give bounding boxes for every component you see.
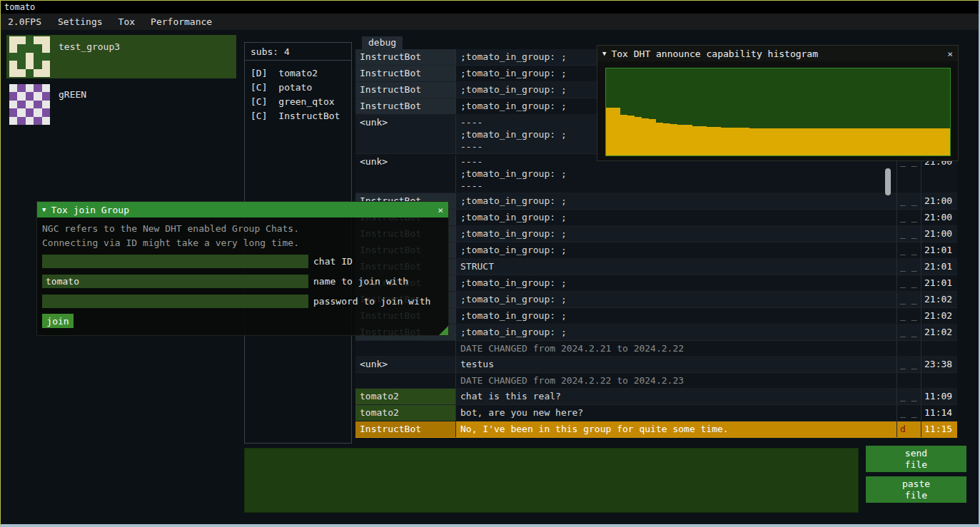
avatar-pixel	[9, 61, 17, 68]
avatar-pixel	[42, 69, 50, 77]
menu-item-settings[interactable]: Settings	[50, 14, 111, 30]
member-item-green_qtox[interactable]: [C] green_qtox	[251, 95, 351, 109]
avatar-pixel	[34, 84, 41, 92]
sidebar-group-test_group3[interactable]: test_group3	[6, 35, 236, 78]
window-title: tomato	[4, 2, 35, 12]
join-button[interactable]: join	[42, 314, 74, 328]
avatar-pixel	[26, 108, 34, 116]
member-connection-tag: [C]	[251, 82, 267, 93]
member-item-potato[interactable]: [C] potato	[251, 81, 351, 95]
avatar-pixel	[34, 92, 41, 100]
member-item-InstructBot[interactable]: [C] InstructBot	[251, 109, 351, 123]
join-field-row: name to join with	[42, 275, 448, 288]
histogram-bar	[879, 128, 886, 155]
message-text: STRUCT	[455, 259, 896, 275]
chat-message-row[interactable]: tomato2 chat is this real? _ _ 11:09	[355, 389, 957, 405]
close-icon[interactable]: ×	[947, 48, 953, 59]
avatar-pixel	[42, 61, 50, 68]
member-name: tomato2	[278, 68, 318, 78]
message-time: 21:02	[921, 292, 957, 307]
histogram-bar	[814, 128, 821, 155]
tab-debug[interactable]: debug	[362, 36, 403, 49]
member-item-tomato2[interactable]: [D] tomato2	[251, 66, 351, 81]
message-text: DATE CHANGED from 2024.2.22 to 2024.2.23	[455, 373, 896, 388]
chat-message-row[interactable]: tomato2 bot, are you new here? _ _ 11:14	[355, 405, 957, 421]
avatar-pixel	[26, 69, 34, 77]
message-text: chat is this real?	[455, 389, 896, 404]
join-field-input[interactable]	[42, 295, 308, 308]
histogram-bar	[707, 127, 714, 155]
histogram-bar	[785, 128, 792, 155]
chat-message-row[interactable]: InstructBot No, I've been in this group …	[355, 421, 957, 438]
avatar-pixel	[9, 44, 17, 52]
avatar-pixel	[34, 53, 41, 61]
menu-item-label: Settings	[58, 16, 103, 27]
avatar-pixel	[26, 44, 34, 52]
message-text: DATE CHANGED from 2024.2.21 to 2024.2.22	[455, 341, 896, 356]
message-text: ;tomato_in_group: ;	[455, 242, 896, 258]
send-file-button[interactable]: send file	[866, 446, 966, 472]
join-field-input[interactable]	[42, 275, 308, 288]
tomato-app-window: tomato 2.0FPS Settings Tox Performance t…	[0, 0, 980, 527]
peer-name: InstructBot	[355, 82, 455, 98]
menu-item-label: Performance	[151, 16, 212, 27]
histogram-bar	[749, 128, 757, 155]
histogram-bar	[742, 128, 749, 155]
join-group-window: ▼ Tox join Group × NGC refers to the New…	[36, 201, 449, 336]
message-time: 21:02	[921, 308, 957, 324]
peer-name: InstructBot	[355, 421, 455, 437]
sidebar-group-gREEN[interactable]: gREEN	[6, 83, 236, 126]
histogram-bar	[936, 128, 943, 155]
collapse-arrow-icon[interactable]: ▼	[602, 50, 606, 57]
avatar-pixel	[9, 92, 17, 100]
histogram-window-title: Tox DHT announce capability histogram	[611, 48, 941, 59]
menu-item-performance[interactable]: Performance	[143, 14, 220, 30]
message-input[interactable]	[244, 448, 859, 513]
histogram-bar	[850, 128, 857, 155]
message-text: No, I've been in this group for quite so…	[455, 421, 896, 437]
message-text: ;tomato_in_group: ;	[455, 226, 896, 242]
histogram-bar	[721, 128, 728, 155]
collapse-arrow-icon[interactable]: ▼	[42, 206, 46, 213]
member-connection-tag: [C]	[251, 111, 267, 121]
window-titlebar[interactable]: tomato	[1, 1, 979, 14]
join-field-input[interactable]	[42, 255, 308, 268]
menu-item-tox[interactable]: Tox	[111, 14, 143, 30]
menu-bar: 2.0FPS Settings Tox Performance	[1, 14, 979, 30]
avatar-pixel	[34, 61, 41, 68]
join-field-row: password to join with	[42, 295, 448, 308]
histogram-bar	[606, 108, 613, 155]
chat-message-row[interactable]: <unk> testus _ _ 23:38	[355, 357, 957, 373]
member-name: green_qtox	[278, 96, 334, 107]
histogram-bar	[692, 126, 699, 155]
chat-scrollbar-thumb[interactable]	[885, 168, 891, 195]
fps-counter: 2.0FPS	[1, 14, 50, 30]
resize-grip-icon[interactable]	[439, 326, 448, 335]
histogram-window-titlebar[interactable]: ▼ Tox DHT announce capability histogram …	[597, 46, 958, 61]
histogram-bar	[635, 117, 642, 155]
histogram-bar	[799, 128, 807, 155]
histogram-bar	[864, 128, 872, 155]
histogram-bar	[893, 128, 900, 155]
paste-file-button[interactable]: paste file	[866, 476, 966, 503]
peer-name: tomato2	[355, 389, 455, 404]
close-icon[interactable]: ×	[438, 205, 443, 215]
message-text: ;tomato_in_group: ;	[455, 193, 896, 209]
avatar-pixel	[42, 108, 50, 116]
avatar-pixel	[42, 92, 50, 100]
menu-item-label: Tox	[118, 16, 135, 27]
histogram-bar	[900, 128, 907, 155]
message-text: ;tomato_in_group: ;	[455, 292, 896, 307]
message-time	[921, 373, 957, 388]
histogram-bar	[714, 127, 721, 155]
histogram-bar	[757, 128, 764, 155]
avatar-pixel	[17, 69, 25, 77]
message-flags: _ _	[896, 308, 921, 324]
avatar-pixel	[9, 108, 17, 116]
histogram-bar	[828, 128, 835, 155]
dht-histogram-window: ▼ Tox DHT announce capability histogram …	[597, 45, 959, 161]
histogram-bar	[677, 125, 685, 155]
histogram-plot	[605, 68, 951, 156]
histogram-bar	[685, 125, 692, 155]
join-window-titlebar[interactable]: ▼ Tox join Group ×	[37, 202, 448, 218]
